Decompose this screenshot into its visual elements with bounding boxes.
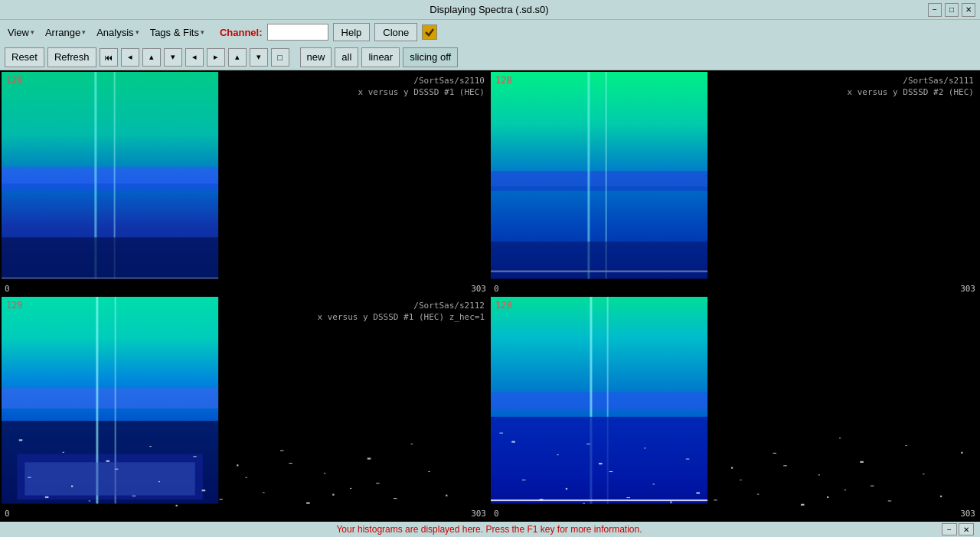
spectrum-panel-1[interactable]: 129 /SortSas/s2110x versus y DSSSD #1 (H… xyxy=(2,72,489,295)
panel3-xmax: 303 xyxy=(471,509,486,519)
slicing-off-button[interactable]: slicing off xyxy=(403,47,458,67)
nav-prev-small-button[interactable]: ◂ xyxy=(121,48,139,67)
status-controls: − ✕ xyxy=(942,523,974,535)
status-minimize-button[interactable]: − xyxy=(942,523,957,535)
spectra-grid: 129 /SortSas/s2110x versus y DSSSD #1 (H… xyxy=(0,70,980,522)
tags-arrow-icon: ▾ xyxy=(201,28,204,36)
menu-arrange[interactable]: Arrange ▾ xyxy=(42,25,89,40)
panel4-axis: 0 303 xyxy=(491,506,978,520)
svg-rect-7 xyxy=(2,237,218,278)
nav-up-button[interactable]: ▴ xyxy=(142,48,161,67)
panel1-axis: 0 303 xyxy=(2,282,489,295)
close-button[interactable]: ✕ xyxy=(962,3,975,17)
panel2-axis: 0 303 xyxy=(491,282,978,295)
panel1-path-label: /SortSas/s2110x versus y DSSSD #1 (HEC) xyxy=(358,75,485,99)
panel3-path-label: /SortSas/s2112x versus y DSSSD #1 (HEC) … xyxy=(317,300,485,324)
spectrum-canvas-2 xyxy=(491,72,978,295)
panel2-xmax: 303 xyxy=(960,284,975,294)
analysis-arrow-icon: ▾ xyxy=(136,28,139,36)
panel3-axis: 0 303 xyxy=(2,506,489,520)
nav-first-button[interactable]: ⏮ xyxy=(100,48,118,67)
panel1-xmax: 303 xyxy=(471,284,486,294)
panel4-xmin: 0 xyxy=(494,509,499,519)
spectrum-panel-4[interactable]: 128 0 303 xyxy=(491,297,978,520)
panel1-xmin: 0 xyxy=(5,284,10,294)
status-message: Your histograms are displayed here. Pres… xyxy=(37,524,942,535)
panel2-path-label: /SortSas/s2111x versus y DSSSD #2 (HEC) xyxy=(847,75,974,99)
spectrum-panel-2[interactable]: 128 /SortSas/s2111x versus y DSSSD #2 (H… xyxy=(491,72,978,295)
window-title: Displaying Spectra (.sd.s0) xyxy=(51,4,928,15)
menu-bar: View ▾ Arrange ▾ Analysis ▾ Tags & Fits … xyxy=(0,20,980,44)
title-bar: Displaying Spectra (.sd.s0) − □ ✕ xyxy=(0,0,980,20)
svg-rect-15 xyxy=(491,242,707,279)
nav-square-button[interactable]: □ xyxy=(271,48,289,67)
svg-rect-11 xyxy=(491,186,707,190)
spectrum-panel-3[interactable]: 129 /SortSas/s2112x versus y DSSSD #1 (H… xyxy=(2,297,489,520)
all-button[interactable]: all xyxy=(335,47,358,67)
spectrum-canvas-3 xyxy=(2,297,489,520)
panel1-y-label: 129 xyxy=(6,75,23,86)
reset-button[interactable]: Reset xyxy=(5,47,44,67)
svg-rect-61 xyxy=(491,417,707,504)
menu-view[interactable]: View ▾ xyxy=(5,25,38,40)
panel3-xmin: 0 xyxy=(5,509,10,519)
svg-rect-3 xyxy=(2,184,218,190)
spectrum-canvas-4 xyxy=(491,297,978,520)
menu-analysis[interactable]: Analysis ▾ xyxy=(93,25,142,40)
view-arrow-icon: ▾ xyxy=(31,28,34,36)
refresh-button[interactable]: Refresh xyxy=(47,47,96,67)
checkmark-icon xyxy=(424,27,435,37)
window-controls: − □ ✕ xyxy=(928,3,975,17)
minimize-button[interactable]: − xyxy=(928,3,942,17)
new-button[interactable]: new xyxy=(300,47,332,67)
panel2-y-label: 128 xyxy=(495,75,512,86)
svg-rect-18 xyxy=(2,388,218,408)
svg-rect-2 xyxy=(2,167,218,184)
panel4-xmax: 303 xyxy=(960,509,975,519)
svg-rect-62 xyxy=(491,500,707,501)
status-bar: Your histograms are displayed here. Pres… xyxy=(0,522,980,537)
svg-rect-58 xyxy=(491,392,707,410)
nav-up2-button[interactable]: ▴ xyxy=(228,48,247,67)
checkbox-gold[interactable] xyxy=(422,24,437,40)
channel-label: Channel: xyxy=(220,27,263,38)
status-close-button[interactable]: ✕ xyxy=(959,523,974,535)
nav-down2-button[interactable]: ▾ xyxy=(250,48,268,67)
nav-down-button[interactable]: ▾ xyxy=(164,48,182,67)
toolbar: Reset Refresh ⏮ ◂ ▴ ▾ ◂ ▸ ▴ ▾ □ new all … xyxy=(0,44,980,70)
nav-right-button[interactable]: ▸ xyxy=(207,48,225,67)
spectrum-canvas-1 xyxy=(2,72,489,295)
panel3-y-label: 129 xyxy=(6,300,23,311)
nav-left-button[interactable]: ◂ xyxy=(185,48,204,67)
linear-button[interactable]: linear xyxy=(361,47,400,67)
clone-button[interactable]: Clone xyxy=(374,23,417,41)
svg-rect-10 xyxy=(491,171,707,186)
panel2-xmin: 0 xyxy=(494,284,499,294)
panel4-y-label: 128 xyxy=(495,300,512,311)
svg-rect-25 xyxy=(24,462,194,495)
arrange-arrow-icon: ▾ xyxy=(82,28,86,36)
maximize-button[interactable]: □ xyxy=(945,3,959,17)
menu-tags-fits[interactable]: Tags & Fits ▾ xyxy=(147,25,207,40)
channel-input[interactable] xyxy=(267,24,328,41)
help-button[interactable]: Help xyxy=(333,23,371,41)
